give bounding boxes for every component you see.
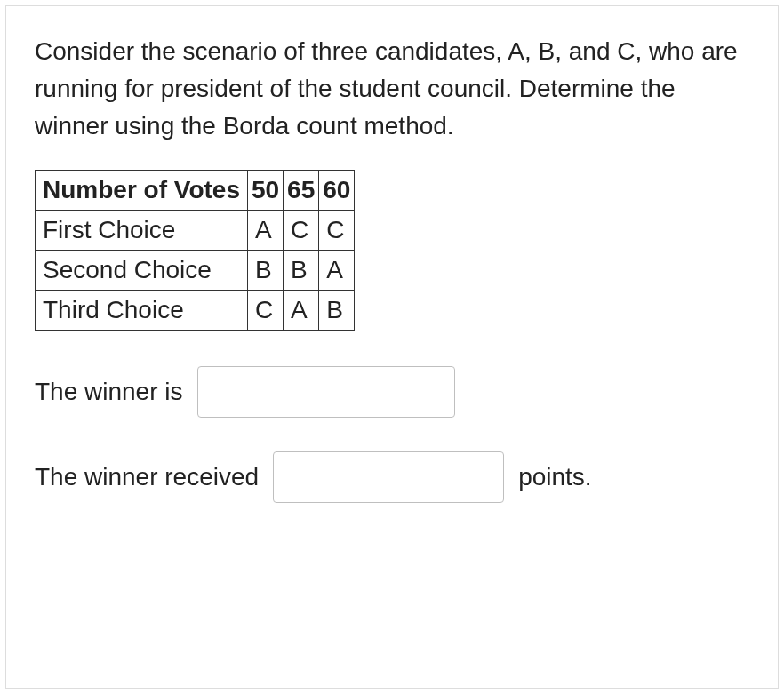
cell: A [247, 211, 283, 251]
table-row: First Choice A C C [36, 211, 355, 251]
cell: C [284, 211, 319, 251]
table-row: Third Choice C A B [36, 291, 355, 331]
cell: C [319, 211, 355, 251]
cell: B [247, 251, 283, 291]
preference-table: Number of Votes 50 65 60 First Choice A … [35, 170, 355, 331]
row-label: Second Choice [36, 251, 248, 291]
winner-row: The winner is [35, 366, 749, 418]
table-row: Second Choice B B A [36, 251, 355, 291]
header-col-1: 50 [247, 171, 283, 211]
header-col-2: 65 [284, 171, 319, 211]
winner-label: The winner is [35, 378, 183, 406]
points-row: The winner received points. [35, 451, 749, 503]
question-container: Consider the scenario of three candidate… [5, 5, 779, 689]
table-row: Number of Votes 50 65 60 [36, 171, 355, 211]
question-text: Consider the scenario of three candidate… [35, 33, 749, 145]
cell: A [319, 251, 355, 291]
header-col-3: 60 [319, 171, 355, 211]
header-label: Number of Votes [36, 171, 248, 211]
row-label: First Choice [36, 211, 248, 251]
cell: C [247, 291, 283, 331]
cell: B [319, 291, 355, 331]
cell: B [284, 251, 319, 291]
points-input[interactable] [273, 451, 504, 503]
points-after-label: points. [518, 463, 592, 491]
points-label: The winner received [35, 463, 259, 491]
row-label: Third Choice [36, 291, 248, 331]
cell: A [284, 291, 319, 331]
winner-input[interactable] [197, 366, 455, 418]
